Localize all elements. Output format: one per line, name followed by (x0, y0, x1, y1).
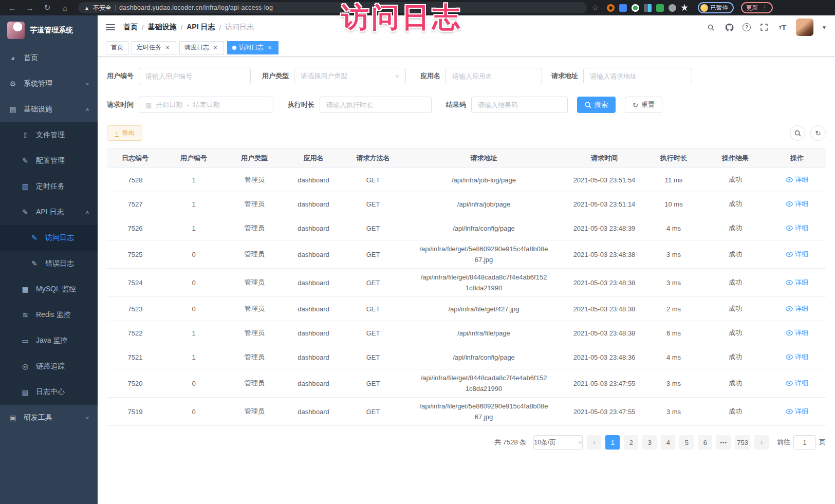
extension-icon[interactable] (656, 4, 664, 12)
view-tab[interactable]: 定时任务 × (132, 41, 176, 54)
sidebar-menu-item[interactable]: ◕ 首页 (0, 45, 98, 71)
request-url-input[interactable] (590, 72, 685, 80)
detail-link[interactable]: 详细 (786, 199, 808, 209)
breadcrumb-current: 访问日志 (225, 23, 254, 32)
sidebar-menu-item[interactable]: ⇧ 文件管理 (0, 122, 98, 148)
extension-icon[interactable] (669, 4, 676, 12)
refresh-table-button[interactable]: ↻ (810, 125, 826, 141)
user-id-field[interactable] (139, 68, 251, 84)
page-ellipsis[interactable]: ••• (716, 435, 731, 450)
detail-link[interactable]: 详细 (786, 175, 808, 184)
request-url-field[interactable] (583, 68, 692, 84)
browser-profile-badge[interactable]: 已暂停 (698, 2, 734, 13)
browser-back-icon[interactable]: ← (5, 2, 20, 14)
export-button[interactable]: ↓ 导出 (107, 125, 142, 141)
breadcrumb-item[interactable]: 首页 (123, 23, 138, 32)
detail-link[interactable]: 详细 (786, 250, 808, 259)
sidebar-menu-item[interactable]: ✎ 错误日志 (0, 251, 98, 276)
duration-field[interactable] (320, 97, 432, 113)
column-header: 执行时长 (645, 154, 702, 163)
sidebar-menu-item[interactable]: ⚙ 系统管理 ∨ (0, 71, 98, 97)
page-number-button[interactable]: 1 (605, 435, 620, 450)
sidebar-menu-item[interactable]: ▣ 研发工具 ∨ (0, 405, 98, 431)
app-name-field[interactable] (446, 68, 542, 84)
app-name-input[interactable] (452, 72, 535, 80)
extension-icon[interactable] (619, 4, 627, 12)
sidebar-menu-item[interactable]: ▦ MySQL 监控 (0, 276, 98, 302)
browser-update-button[interactable]: 更新 ⋮ (741, 2, 773, 13)
address-bar[interactable]: ▲ 不安全 dashboard.yudao.iocoder.cn/infra/l… (78, 2, 587, 13)
user-type-select[interactable]: 请选择用户类型 ∨ (294, 68, 406, 84)
search-button[interactable]: 搜索 (577, 97, 616, 113)
page-size-select[interactable]: 10条/页 ∨ (533, 435, 583, 450)
sidebar-menu-item[interactable]: ✎ 访问日志 (0, 225, 98, 251)
view-tab[interactable]: 访问日志 × (227, 41, 279, 54)
extension-icon[interactable] (632, 4, 639, 12)
browser-reload-icon[interactable]: ↻ (40, 2, 54, 14)
chevron-icon: ∧ (85, 107, 89, 112)
browser-forward-icon[interactable]: → (23, 2, 37, 14)
page-number-button[interactable]: 6 (698, 435, 712, 450)
sidebar-menu-item[interactable]: ✎ API 日志 ∧ (0, 199, 98, 225)
view-tab[interactable]: 调度日志 × (179, 41, 224, 54)
extension-icon[interactable] (607, 4, 615, 12)
column-header: 日志编号 (107, 154, 163, 163)
search-icon[interactable] (706, 22, 716, 32)
sidebar-menu-item[interactable]: ▭ Java 监控 (0, 328, 98, 353)
detail-link[interactable]: 详细 (786, 223, 808, 233)
goto-page-input[interactable] (793, 435, 816, 450)
detail-link[interactable]: 详细 (786, 278, 808, 287)
bookmark-star-icon[interactable]: ☆ (592, 4, 599, 12)
close-icon[interactable]: × (266, 44, 273, 51)
detail-link[interactable]: 详细 (786, 407, 808, 416)
detail-link[interactable]: 详细 (786, 328, 808, 338)
font-size-icon[interactable]: тT (777, 22, 788, 32)
breadcrumb-item[interactable]: 基础设施 (148, 23, 177, 32)
request-time-range-picker[interactable]: ▦ 开始日期 - 结束日期 (139, 97, 273, 113)
app-logo-row[interactable]: 芋道管理系统 (0, 15, 98, 45)
close-icon[interactable]: × (212, 44, 219, 51)
duration-input[interactable] (326, 101, 425, 109)
page-number-button[interactable]: 3 (642, 435, 657, 450)
chevron-down-icon[interactable]: ▼ (822, 25, 827, 30)
user-avatar[interactable] (796, 18, 813, 36)
cell-duration: 3 ms (645, 279, 702, 287)
page-number-button[interactable]: 5 (679, 435, 694, 450)
cell-request-time: 2021-05-03 23:48:36 (564, 353, 645, 361)
detail-link[interactable]: 详细 (786, 352, 808, 362)
sidebar-menu-item[interactable]: ✎ 配置管理 (0, 148, 98, 174)
sidebar-menu-item[interactable]: ≋ Redis 监控 (0, 302, 98, 328)
result-code-field[interactable] (471, 97, 568, 113)
reset-button[interactable]: ↻ 重置 (625, 97, 662, 113)
close-icon[interactable]: × (164, 44, 171, 51)
github-icon[interactable] (724, 22, 734, 32)
sidebar-menu-item[interactable]: ◎ 链路追踪 (0, 353, 98, 379)
breadcrumb-item[interactable]: API 日志 (187, 23, 215, 32)
hamburger-icon[interactable] (106, 24, 115, 30)
prev-page-button[interactable]: ‹ (587, 435, 601, 450)
duration-label: 执行时长 (288, 100, 314, 109)
start-date-placeholder: 开始日期 (156, 100, 182, 109)
next-page-button[interactable]: › (754, 435, 769, 450)
table-toolbar: ↓ 导出 ↻ (107, 125, 826, 141)
page-number-button[interactable]: 753 (735, 435, 750, 450)
toggle-search-button[interactable] (790, 125, 805, 141)
browser-menu-icon[interactable]: ⋮ (762, 4, 768, 11)
browser-home-icon[interactable]: ⌂ (58, 2, 72, 14)
view-tab[interactable]: 首页 (106, 41, 128, 54)
user-id-input[interactable] (145, 72, 244, 80)
sidebar-menu-item[interactable]: ▥ 定时任务 (0, 174, 98, 199)
breadcrumb-separator: / (219, 24, 221, 31)
download-icon: ↓ (115, 130, 119, 137)
fullscreen-icon[interactable] (759, 22, 769, 32)
detail-link[interactable]: 详细 (786, 379, 808, 388)
detail-link[interactable]: 详细 (786, 304, 808, 313)
extension-icon[interactable] (681, 4, 689, 12)
page-number-button[interactable]: 2 (624, 435, 638, 450)
extension-icon[interactable] (644, 4, 652, 12)
result-code-input[interactable] (478, 101, 561, 109)
help-icon[interactable]: ? (743, 23, 751, 31)
sidebar-menu-item[interactable]: ▤ 日志中心 (0, 379, 98, 405)
sidebar-menu-item[interactable]: ▤ 基础设施 ∧ (0, 97, 98, 122)
page-number-button[interactable]: 4 (661, 435, 675, 450)
